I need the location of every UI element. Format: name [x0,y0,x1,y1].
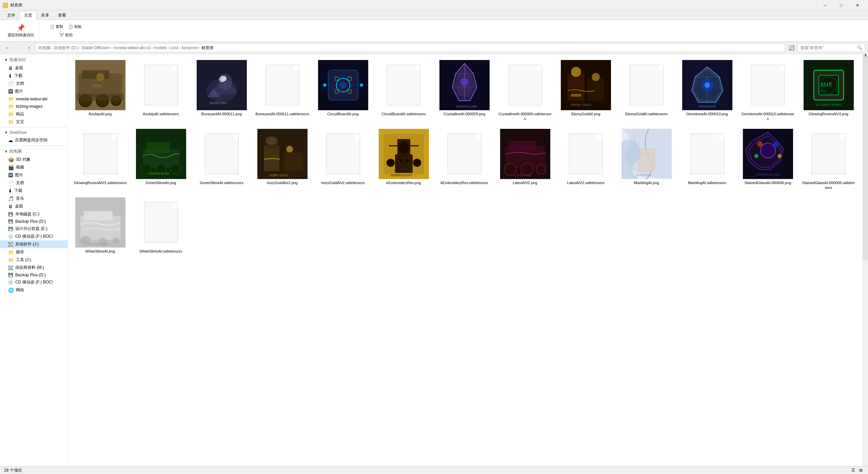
ribbon-tab-share[interactable]: 共享 [37,11,54,20]
file-item-crystalline-png[interactable]: CRYSTALLINE CrystallineAI-000009.png [435,57,494,124]
sidebar-quick-access-header[interactable]: ▼ 快速访问 [0,56,67,64]
sidebar-item-drive-c[interactable]: 💾 本地磁盘 (C:) [0,210,67,218]
sidebar-item-desktop[interactable]: 🖥 桌面 [0,64,67,72]
sidebar-item-pictures[interactable]: 🖼 图片 [0,87,67,95]
collapse-arrow[interactable]: ❮ [863,54,868,260]
ribbon-tab-file[interactable]: 文件 [3,11,20,20]
sidebar-item-video[interactable]: 🎬 视频 [0,163,67,171]
file-item-ivory-safetensors[interactable]: IvoryGoldAIv2.safetensors [313,126,373,193]
sidebar-item-photos[interactable]: 🖼 图片 [0,171,67,179]
onedrive-label: OneDrive [9,130,27,135]
sidebar-item-baidu[interactable]: ☁ 百度网盘同步空间 [0,136,67,144]
file-item-azulejo-png[interactable]: TANK AzulejoAI.png [71,57,130,124]
svg-point-98 [754,154,758,158]
file-thumbnail-whiteslime: WHITE SLIME [75,197,125,248]
file-item-circuit-png[interactable]: CircuitBoardAI.png [313,57,373,124]
sidebar-item-supplier[interactable]: 💽 供应商资料 (M:) [0,264,67,272]
forward-button[interactable]: → [14,43,23,53]
file-item-greenslime-png[interactable]: GREEN SLIME GreenSlimeAI.png [131,126,191,193]
sidebar-item-gaopi[interactable]: 📁 稿品 [0,110,67,118]
up-button[interactable]: ↑ [24,43,34,53]
sidebar-item-drive-j[interactable]: 💽 其他软件 (J:) [0,240,67,248]
sidebar-item-downloads[interactable]: ⬇ 下载 [0,72,67,80]
sidebar-item-backup-d[interactable]: 💾 Backup Plus (D:) [0,272,67,278]
video-label: 视频 [16,164,24,170]
file-item-circuit-safetensors[interactable]: CircuitBoardAI.safetensors [374,57,433,124]
file-item-whiteslime-safetensors[interactable]: WhiteSlimeAI.safetensors [131,194,191,257]
file-item-ivory-png[interactable]: IVORY GOLD IvoryGoldAIv2.png [253,126,312,193]
file-item-gemstone-safetensors[interactable]: GemstoneAI-000010.safetensors [738,57,797,124]
file-item-stainedglass-safetensors[interactable]: StainedGlassAI-000006.safetensors [799,126,858,193]
ribbon-btn-pin[interactable]: 📌 固定到快速访问 [5,22,36,39]
ribbon-btn-paste[interactable]: 📋 粘贴 [66,23,84,30]
dl-icon: ⬇ [8,188,12,194]
sidebar: ▼ 快速访问 🖥 桌面 ⬇ 下载 📄 文档 🖼 图片 📁 novelai-w [0,54,68,466]
file-item-kembroidery-png[interactable]: kEMBROIDERY kEmbroideryRev.png [374,126,433,193]
file-item-crystalline-safetensors[interactable]: CrystallineAI-000009.safetensors [495,57,555,124]
file-item-stainedglass-png[interactable]: STAINED GLASS StainedGlassAI-000006.png [738,126,797,193]
file-item-azulejo-safetensors[interactable]: AzulejoAI.safetensors [131,57,191,124]
3dobjects-label: 3D 对象 [16,157,31,162]
sidebar-item-bt2img[interactable]: 📁 bt2img-images [0,103,67,110]
file-item-kembroidery-safetensors[interactable]: kEmbroideryRev.safetensors [435,126,494,193]
sidebar-item-desk[interactable]: 🖥 桌面 [0,202,67,210]
ribbon-btn-cut[interactable]: ✂️ 剪切 [57,32,75,39]
sidebar-item-documents[interactable]: 📄 文档 [0,179,67,187]
sidebar-item-novelai[interactable]: 📁 novelai-webui-aki [0,95,67,103]
file-item-latex-safetensors[interactable]: LatexAIV2.safetensors [556,126,615,193]
refresh-button[interactable]: 🔄 [787,43,796,53]
thispc-chevron: ▼ [4,149,8,154]
sidebar-item-network[interactable]: 🌐 网络 [0,286,67,294]
file-item-ebony-safetensors[interactable]: EbonyGoldAI.safetensors [617,57,676,124]
file-item-latex-png[interactable]: LATEX AIV2 LatexAIV2.png [495,126,555,193]
file-item-greenslime-safetensors[interactable]: GreenSlimeAI.safetensors [192,126,251,193]
svg-point-97 [773,141,779,147]
file-item-glowing-safetensors[interactable]: GlowingRunesAIV3.safetensors [71,126,130,193]
search-box[interactable]: 🔍 [797,43,865,52]
file-item-boneyard-png[interactable]: BONEYARD BoneyardAI-000011.png [192,57,251,124]
grid-view-button[interactable]: ⊞ [858,467,864,473]
sidebar-this-pc: ▼ 此电脑 📦 3D 对象 🎬 视频 🖼 图片 📄 文档 ⬇ 下载 [0,147,67,294]
sidebar-onedrive-header[interactable]: ▼ OneDrive [0,129,67,136]
file-item-gemstone-png[interactable]: GEMSTONE GemstoneAI-000010.png [677,57,737,124]
sidebar-item-drive-e[interactable]: 💾 设计办公软盘 (E:) [0,225,67,233]
file-thumbnail-greenslime: GREEN SLIME [136,129,186,179]
file-item-glowing-png[interactable]: ᚱᚢᚾᛖ ᚠᚢᚦ GLOWING RUNES GlowingRunesAIV3.… [799,57,858,124]
file-item-marbling-png[interactable]: MARBLING MarblingAI.png [617,126,676,193]
sidebar-item-drive-f[interactable]: 💿 CD 驱动器 (F:) BOC! [0,233,67,240]
list-view-button[interactable]: ☰ [850,467,856,473]
ribbon-btn-copy[interactable]: 📋 复制 [47,23,65,30]
sidebar-item-music[interactable]: 🎵 音乐 [0,195,67,202]
drive-j-label: 其他软件 (J:) [15,241,39,247]
sidebar-item-wenbao[interactable]: 📁 文宝 [0,118,67,126]
sidebar-item-dl[interactable]: ⬇ 下载 [0,187,67,195]
sidebar-item-docs[interactable]: 📄 文档 [0,80,67,87]
file-thumbnail-gemstone-safe [743,60,793,110]
svg-text:GLOWING RUNES: GLOWING RUNES [815,103,842,106]
sidebar-item-save[interactable]: 📁 摄存 [0,248,67,256]
gaopi-icon: 📁 [8,112,14,117]
minimize-button[interactable]: ─ [817,0,833,11]
file-name-glowing-safe: GlowingRunesAIV3.safetensors [74,180,126,185]
file-item-ebony-png[interactable]: EBONY GOLD EbonyGoldAI.png [556,57,615,124]
svg-text:kEMBROIDERY: kEMBROIDERY [391,174,413,177]
back-button[interactable]: ← [3,43,12,53]
search-input[interactable] [801,45,856,50]
close-button[interactable]: ✕ [850,0,865,11]
save-icon: 📁 [8,250,14,255]
sidebar-item-cd-f[interactable]: 💿 CD 驱动器 (F:) BOC! [0,278,67,286]
svg-rect-76 [405,159,409,162]
file-item-marbling-safetensors[interactable]: MarblingAI.safetensors [677,126,737,193]
ribbon-tab-home[interactable]: 主页 [20,11,37,20]
downloads-icon: ⬇ [8,73,12,79]
file-item-whiteslime-png[interactable]: WHITE SLIME WhiteSlimeAI.png [71,194,130,257]
supplier-label: 供应商资料 (M:) [15,265,44,271]
sidebar-item-drive-d[interactable]: 💾 Backup Plus (D:) [0,218,67,225]
address-path[interactable]: 此电脑 › 其他软件 (D:) › Stable Diffusion › nov… [35,43,785,52]
sidebar-item-3dobjects[interactable]: 📦 3D 对象 [0,156,67,163]
maximize-button[interactable]: □ [833,0,849,11]
ribbon-tab-view[interactable]: 查看 [54,11,71,20]
file-item-boneyard-safetensors[interactable]: BoneyardAI-000011.safetensors [253,57,312,124]
sidebar-this-pc-header[interactable]: ▼ 此电脑 [0,147,67,156]
sidebar-item-tools[interactable]: 📁 工具 (J:) [0,256,67,264]
